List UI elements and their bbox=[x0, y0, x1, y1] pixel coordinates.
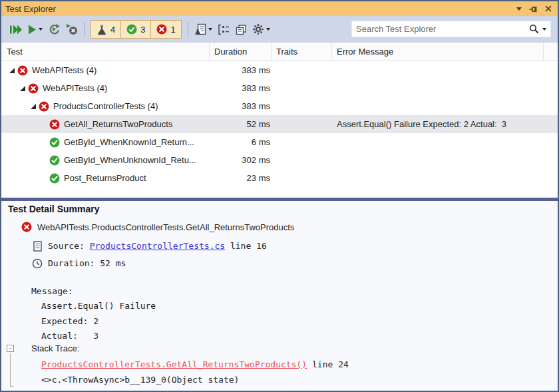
filter-all-tests-button[interactable]: 4 bbox=[91, 21, 121, 38]
expander-icon[interactable] bbox=[7, 65, 17, 76]
settings-caret-icon[interactable] bbox=[266, 28, 270, 31]
failed-icon bbox=[156, 24, 167, 35]
flask-icon bbox=[96, 24, 107, 35]
stack-frame-line: ProductsControllerTests.GetAll_ReturnsTw… bbox=[41, 359, 349, 369]
test-duration: 23 ms bbox=[210, 173, 272, 183]
failed-icon bbox=[49, 119, 60, 130]
layers-button[interactable] bbox=[232, 21, 250, 38]
failed-icon bbox=[21, 222, 32, 232]
test-name-label: GetById_WhenKnownId_Return... bbox=[64, 137, 194, 147]
expander-spacer bbox=[39, 173, 49, 184]
column-header-test[interactable]: Test bbox=[1, 43, 210, 61]
passed-icon bbox=[49, 155, 60, 166]
passed-count: 3 bbox=[140, 25, 145, 35]
message-line: Actual: 3 bbox=[41, 331, 98, 341]
test-duration: 6 ms bbox=[210, 137, 272, 147]
message-line: Assert.Equal() Failure bbox=[41, 301, 156, 311]
search-options-caret-icon[interactable] bbox=[542, 28, 546, 31]
filter-failed-button[interactable]: 1 bbox=[151, 21, 180, 38]
search-input[interactable] bbox=[352, 24, 529, 34]
passed-icon bbox=[49, 173, 60, 184]
stack-frame-line-number: line 24 bbox=[307, 359, 349, 369]
filter-chip-group: 4 3 1 bbox=[91, 20, 182, 39]
detail-heading: Test Detail Summary bbox=[8, 204, 99, 214]
settings-button[interactable] bbox=[250, 21, 273, 38]
passed-icon bbox=[49, 137, 60, 148]
stack-trace-label: Stack Trace: bbox=[31, 343, 82, 353]
window-title: Test Explorer bbox=[1, 4, 56, 14]
playlist-caret-icon[interactable] bbox=[208, 28, 212, 31]
toolbar-separator bbox=[84, 22, 85, 37]
column-header-duration[interactable]: Duration bbox=[210, 43, 272, 61]
source-line: Source: ProductsControllerTests.cs line … bbox=[48, 241, 267, 251]
run-all-button[interactable] bbox=[7, 21, 25, 38]
test-duration: 383 ms bbox=[210, 65, 272, 75]
failed-icon bbox=[17, 65, 28, 76]
passed-icon bbox=[126, 24, 137, 35]
stack-trace-collapse-line bbox=[10, 353, 13, 387]
title-bar: Test Explorer bbox=[1, 1, 558, 16]
clock-icon bbox=[32, 258, 43, 269]
expander-spacer bbox=[39, 119, 49, 130]
test-duration: 52 ms bbox=[210, 119, 272, 129]
source-label: Source: bbox=[48, 241, 90, 251]
search-icon[interactable] bbox=[529, 24, 539, 34]
stack-frame-line: <>c.<ThrowAsync>b__139_0(Object state) bbox=[41, 375, 239, 385]
detail-test-name: WebAPITests.ProductsControllerTests.GetA… bbox=[37, 222, 294, 232]
playlist-button[interactable] bbox=[192, 21, 215, 38]
window-menu-caret-icon[interactable] bbox=[516, 7, 522, 11]
gear-icon bbox=[252, 23, 264, 35]
stack-frame-link[interactable]: ProductsControllerTests.GetAll_ReturnsTw… bbox=[41, 359, 307, 369]
cancel-run-button[interactable] bbox=[63, 21, 81, 38]
test-name-label: GetAll_ReturnsTwoProducts bbox=[64, 119, 172, 129]
expander-icon[interactable] bbox=[28, 101, 39, 112]
search-box bbox=[351, 21, 551, 37]
test-name-label: WebAPITests (4) bbox=[32, 65, 96, 75]
run-button[interactable] bbox=[25, 21, 45, 38]
total-count: 4 bbox=[110, 25, 115, 35]
source-file-icon bbox=[33, 241, 42, 252]
test-row[interactable]: ProductsControllerTests (4)383 ms bbox=[1, 97, 558, 115]
test-row[interactable]: WebAPITests (4)383 ms bbox=[1, 61, 558, 79]
test-duration: 383 ms bbox=[210, 83, 272, 93]
detail-duration: Duration: 52 ms bbox=[48, 258, 126, 268]
test-explorer-window: Test Explorer bbox=[0, 0, 559, 392]
test-row[interactable]: GetById_WhenKnownId_Return...6 ms bbox=[1, 133, 558, 151]
column-header-traits[interactable]: Traits bbox=[272, 43, 332, 61]
expander-icon[interactable] bbox=[17, 83, 28, 94]
column-header-spacer bbox=[544, 43, 558, 61]
test-name-label: ProductsControllerTests (4) bbox=[53, 101, 158, 111]
test-tree: WebAPITests (4)383 msWebAPITests (4)383 … bbox=[1, 61, 558, 187]
test-name-label: Post_ReturnsProduct bbox=[64, 173, 146, 183]
test-row[interactable]: Post_ReturnsProduct23 ms bbox=[1, 169, 558, 187]
failed-count: 1 bbox=[170, 25, 175, 35]
test-row[interactable]: GetAll_ReturnsTwoProducts52 msAssert.Equ… bbox=[1, 115, 558, 133]
stack-trace-collapse-toggle[interactable]: - bbox=[7, 345, 14, 352]
close-icon[interactable] bbox=[544, 5, 552, 13]
test-duration: 302 ms bbox=[210, 155, 272, 165]
group-by-button[interactable] bbox=[215, 21, 232, 38]
column-header-error-message[interactable]: Error Message bbox=[332, 43, 544, 61]
expander-spacer bbox=[39, 137, 49, 148]
message-line: Expected: 2 bbox=[41, 316, 98, 326]
source-file-link[interactable]: ProductsControllerTests.cs bbox=[90, 241, 226, 251]
failed-icon bbox=[39, 101, 49, 112]
toolbar: 4 3 1 bbox=[1, 16, 558, 43]
test-name-label: GetById_WhenUnknownId_Retu... bbox=[64, 155, 196, 165]
repeat-last-run-button[interactable] bbox=[45, 21, 63, 38]
pin-icon[interactable] bbox=[528, 4, 538, 13]
failed-icon bbox=[28, 83, 39, 94]
test-row[interactable]: WebAPITests (4)383 ms bbox=[1, 79, 558, 97]
test-detail-pane: Test Detail Summary WebAPITests.Products… bbox=[1, 201, 558, 391]
column-header-row: Test Duration Traits Error Message bbox=[1, 43, 558, 61]
test-name-label: WebAPITests (4) bbox=[43, 83, 107, 93]
test-row[interactable]: GetById_WhenUnknownId_Retu...302 ms bbox=[1, 151, 558, 169]
test-duration: 383 ms bbox=[210, 101, 272, 111]
toolbar-separator bbox=[188, 22, 188, 37]
expander-spacer bbox=[39, 155, 49, 166]
test-error-message: Assert.Equal() Failure Expected: 2 Actua… bbox=[332, 119, 558, 129]
run-options-caret-icon[interactable] bbox=[39, 28, 43, 31]
filter-passed-button[interactable]: 3 bbox=[121, 21, 151, 38]
source-line-number: line 16 bbox=[225, 241, 267, 251]
message-label: Message: bbox=[31, 286, 78, 296]
